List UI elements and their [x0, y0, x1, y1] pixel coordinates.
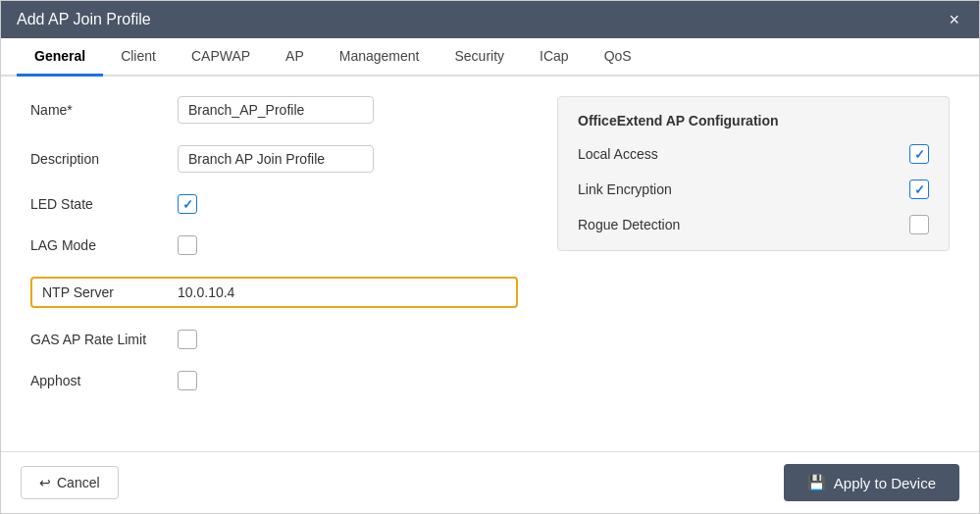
- led-label: LED State: [30, 196, 158, 212]
- modal-title: Add AP Join Profile: [17, 11, 151, 28]
- led-row: LED State: [30, 194, 518, 214]
- apphost-checkbox[interactable]: [178, 371, 197, 390]
- right-section: OfficeExtend AP Configuration Local Acce…: [557, 96, 950, 432]
- rogue-detection-label: Rogue Detection: [578, 217, 680, 232]
- tab-general[interactable]: General: [17, 38, 103, 77]
- modal-body: Name* Description LED State LAG Mode NTP…: [1, 77, 979, 451]
- link-encryption-label: Link Encryption: [578, 181, 672, 197]
- add-ap-join-profile-modal: Add AP Join Profile × General Client CAP…: [0, 0, 980, 514]
- tab-management[interactable]: Management: [322, 38, 438, 77]
- tab-capwap[interactable]: CAPWAP: [174, 38, 268, 77]
- local-access-row: Local Access: [578, 144, 929, 164]
- tab-ap[interactable]: AP: [268, 38, 322, 77]
- name-label: Name*: [30, 102, 158, 118]
- link-encryption-checkbox[interactable]: [909, 180, 929, 199]
- local-access-checkbox[interactable]: [909, 144, 929, 164]
- lag-checkbox[interactable]: [178, 235, 197, 255]
- cancel-icon: ↩: [39, 475, 51, 490]
- led-checkbox[interactable]: [178, 194, 197, 214]
- rogue-detection-row: Rogue Detection: [578, 215, 929, 234]
- tab-client[interactable]: Client: [103, 38, 174, 77]
- cancel-label: Cancel: [57, 475, 100, 490]
- local-access-label: Local Access: [578, 146, 658, 162]
- gas-checkbox[interactable]: [178, 330, 197, 349]
- description-row: Description: [30, 145, 518, 173]
- apply-label: Apply to Device: [834, 475, 936, 491]
- apphost-label: Apphost: [30, 373, 158, 388]
- lag-label: LAG Mode: [30, 237, 158, 253]
- tab-qos[interactable]: QoS: [587, 38, 649, 77]
- gas-label: GAS AP Rate Limit: [30, 332, 158, 347]
- tab-security[interactable]: Security: [438, 38, 523, 77]
- tabs-bar: General Client CAPWAP AP Management Secu…: [1, 38, 979, 77]
- office-extend-box: OfficeExtend AP Configuration Local Acce…: [557, 96, 950, 251]
- ntp-row: NTP Server: [30, 277, 518, 308]
- tab-icap[interactable]: ICap: [522, 38, 587, 77]
- gas-row: GAS AP Rate Limit: [30, 330, 518, 349]
- description-input[interactable]: [178, 145, 374, 173]
- close-button[interactable]: ×: [945, 11, 963, 28]
- name-row: Name*: [30, 96, 518, 124]
- link-encryption-row: Link Encryption: [578, 180, 929, 199]
- modal-footer: ↩ Cancel 💾 Apply to Device: [1, 451, 979, 513]
- ntp-label: NTP Server: [42, 284, 158, 300]
- left-section: Name* Description LED State LAG Mode NTP…: [30, 96, 518, 432]
- modal-header: Add AP Join Profile ×: [1, 1, 979, 38]
- apply-to-device-button[interactable]: 💾 Apply to Device: [784, 464, 959, 501]
- ntp-input[interactable]: [178, 284, 354, 300]
- description-label: Description: [30, 151, 158, 167]
- apphost-row: Apphost: [30, 371, 518, 390]
- oe-title: OfficeExtend AP Configuration: [578, 113, 929, 128]
- apply-icon: 💾: [807, 474, 826, 491]
- cancel-button[interactable]: ↩ Cancel: [21, 466, 119, 499]
- name-input[interactable]: [178, 96, 374, 124]
- lag-row: LAG Mode: [30, 235, 518, 255]
- rogue-detection-checkbox[interactable]: [909, 215, 929, 234]
